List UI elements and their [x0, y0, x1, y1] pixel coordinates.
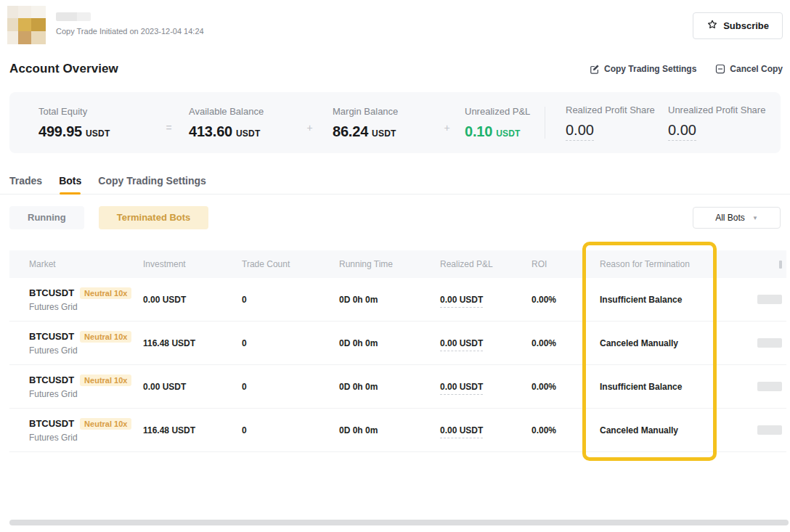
table-row: BTCUSDTNeutral 10x Futures Grid 0.00 USD…: [9, 278, 786, 322]
stat-label: Total Equity: [38, 106, 149, 117]
investment-cell: 0.00 USDT: [143, 382, 242, 392]
redacted-username: [56, 12, 91, 21]
stat-total-equity: Total Equity 499.95USDT: [38, 106, 149, 140]
column-header-roi: ROI: [516, 259, 600, 269]
redacted-action[interactable]: [757, 425, 782, 435]
star-icon: [706, 19, 718, 33]
market-symbol: BTCUSDT: [29, 418, 74, 429]
bots-filter-dropdown[interactable]: All Bots ▼: [693, 207, 781, 229]
trade-count-cell: 0: [242, 425, 330, 435]
stat-unit: USDT: [236, 128, 260, 139]
cancel-copy-label: Cancel Copy: [730, 64, 783, 74]
stat-label: Available Balance: [189, 106, 287, 117]
stat-unrealized-profit-share: Unrealized Profit Share 0.00: [668, 105, 765, 141]
stat-unit: USDT: [372, 128, 396, 139]
tab-trades[interactable]: Trades: [9, 175, 42, 194]
action-cell: [726, 338, 786, 348]
redacted-action[interactable]: [757, 382, 782, 391]
strategy-tag: Neutral 10x: [80, 375, 131, 386]
roi-cell: 0.00%: [516, 425, 600, 435]
equals-operator: =: [149, 122, 189, 134]
chevron-down-icon: ▼: [752, 215, 758, 221]
subscribe-button[interactable]: Subscribe: [693, 12, 783, 39]
copy-trading-settings-button[interactable]: Copy Trading Settings: [590, 64, 696, 74]
stat-unit: USDT: [86, 128, 110, 139]
redacted-action[interactable]: [757, 338, 782, 348]
stat-realized-profit-share: Realized Profit Share 0.00: [545, 105, 668, 141]
edit-icon: [590, 64, 600, 74]
subscribe-label: Subscribe: [723, 20, 769, 31]
column-header-investment: Investment: [143, 259, 242, 269]
cancel-copy-button[interactable]: Cancel Copy: [715, 64, 783, 74]
horizontal-scrollbar[interactable]: [9, 520, 789, 525]
plus-operator: +: [287, 122, 333, 134]
terminated-bots-table: Market Investment Trade Count Running Ti…: [9, 250, 786, 452]
column-header-trade-count: Trade Count: [242, 259, 330, 269]
realized-pnl-cell: 0.00 USDT: [425, 425, 516, 435]
stat-unit: USDT: [496, 128, 520, 139]
realized-pnl-cell: 0.00 USDT: [425, 295, 516, 305]
terminated-bots-filter-button[interactable]: Terminated Bots: [99, 206, 209, 229]
tab-copy-trading-settings[interactable]: Copy Trading Settings: [98, 175, 206, 194]
stat-value: 86.24: [333, 123, 368, 139]
avatar: [7, 6, 46, 44]
bot-type: Futures Grid: [29, 389, 143, 399]
investment-cell: 0.00 USDT: [143, 295, 242, 305]
action-cell: [726, 382, 786, 391]
investment-cell: 116.48 USDT: [143, 338, 242, 348]
market-cell: BTCUSDTNeutral 10x Futures Grid: [9, 375, 143, 399]
stat-label: Realized Profit Share: [566, 105, 668, 115]
stat-label: Margin Balance: [333, 106, 429, 117]
page-title: Account Overview: [9, 62, 118, 76]
copy-trading-settings-label: Copy Trading Settings: [604, 64, 696, 74]
redacted-action[interactable]: [757, 295, 782, 304]
strategy-tag: Neutral 10x: [80, 287, 131, 299]
action-cell: [726, 425, 786, 435]
termination-reason-cell: Insufficient Balance: [600, 295, 726, 305]
running-time-cell: 0D 0h 0m: [330, 295, 425, 305]
minus-square-icon: [715, 64, 725, 74]
market-symbol: BTCUSDT: [29, 375, 74, 385]
column-header-clipped: [726, 261, 786, 269]
main-tabs: Trades Bots Copy Trading Settings: [0, 175, 790, 195]
strategy-tag: Neutral 10x: [80, 418, 131, 430]
overview-actions: Copy Trading Settings Cancel Copy: [590, 64, 783, 74]
table-row: BTCUSDTNeutral 10x Futures Grid 116.48 U…: [9, 409, 786, 452]
bot-type: Futures Grid: [29, 302, 143, 312]
realized-pnl-cell: 0.00 USDT: [425, 338, 516, 348]
running-filter-button[interactable]: Running: [9, 206, 84, 229]
stat-margin-balance: Margin Balance 86.24USDT: [333, 106, 429, 140]
stat-value: 0.00: [566, 122, 594, 141]
column-header-market: Market: [9, 259, 143, 269]
copy-initiated-text: Copy Trade Initiated on 2023-12-04 14:24: [56, 27, 204, 36]
running-time-cell: 0D 0h 0m: [330, 425, 425, 435]
strategy-tag: Neutral 10x: [80, 331, 131, 343]
trade-count-cell: 0: [242, 382, 330, 392]
trader-header: Copy Trade Initiated on 2023-12-04 14:24…: [0, 0, 790, 51]
bot-type: Futures Grid: [29, 433, 143, 443]
action-cell: [726, 295, 786, 304]
table-row: BTCUSDTNeutral 10x Futures Grid 0.00 USD…: [9, 365, 786, 409]
realized-pnl-cell: 0.00 USDT: [425, 382, 516, 392]
stat-value: 499.95: [38, 123, 82, 139]
termination-reason-cell: Insufficient Balance: [600, 382, 726, 392]
copy-trading-detail-page: Copy Trade Initiated on 2023-12-04 14:24…: [0, 0, 790, 532]
stat-value: 0.00: [668, 122, 696, 141]
column-header-running-time: Running Time: [330, 259, 425, 269]
stat-value: 413.60: [189, 123, 232, 139]
tab-bots[interactable]: Bots: [59, 175, 81, 194]
stat-value: 0.10: [465, 123, 492, 139]
table-row: BTCUSDTNeutral 10x Futures Grid 116.48 U…: [9, 322, 786, 365]
termination-reason-cell: Canceled Manually: [600, 338, 726, 348]
trade-count-cell: 0: [242, 338, 330, 348]
running-time-cell: 0D 0h 0m: [330, 382, 425, 392]
bot-type: Futures Grid: [29, 345, 143, 356]
bots-filter-value: All Bots: [715, 213, 745, 223]
market-cell: BTCUSDTNeutral 10x Futures Grid: [9, 287, 143, 312]
account-stats-panel: Total Equity 499.95USDT = Available Bala…: [9, 92, 781, 153]
market-symbol: BTCUSDT: [29, 331, 74, 342]
stat-unrealized-pnl: Unrealized P&L 0.10USDT: [465, 106, 545, 140]
termination-reason-cell: Canceled Manually: [600, 425, 726, 435]
stat-label: Unrealized P&L: [465, 106, 545, 117]
column-header-reason: Reason for Termination: [600, 259, 726, 269]
